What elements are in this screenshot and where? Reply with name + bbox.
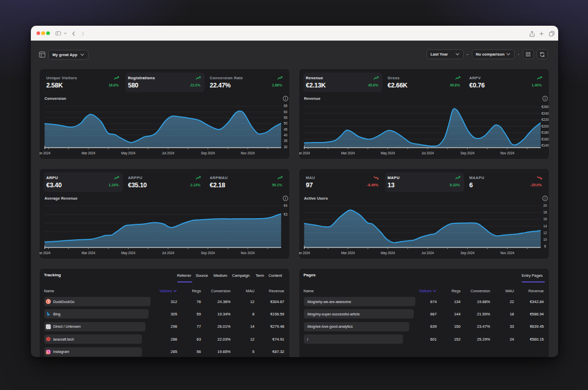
svg-text:€200: €200	[541, 125, 549, 128]
svg-text:Sep 2024: Sep 2024	[461, 251, 474, 255]
svg-text:Sep 2024: Sep 2024	[461, 151, 474, 155]
svg-text:€240: €240	[541, 112, 549, 115]
svg-text:€3: €3	[284, 212, 288, 216]
svg-text:Nov 2024: Nov 2024	[241, 251, 255, 255]
svg-text:Jul 2024: Jul 2024	[162, 151, 174, 155]
svg-text:Nov 2024: Nov 2024	[241, 151, 255, 155]
svg-text:€140: €140	[541, 144, 549, 147]
svg-text:Jan 2024: Jan 2024	[40, 151, 50, 155]
svg-text:18: 18	[543, 210, 547, 214]
svg-text:45: 45	[284, 128, 288, 131]
svg-text:Jan 2024: Jan 2024	[299, 151, 310, 155]
svg-text:30: 30	[284, 145, 288, 149]
svg-text:€160: €160	[541, 137, 549, 141]
svg-text:12: 12	[543, 231, 547, 235]
svg-text:Nov 2024: Nov 2024	[501, 251, 514, 255]
svg-text:16: 16	[543, 217, 547, 221]
svg-text:10: 10	[543, 238, 547, 241]
svg-text:May 2024: May 2024	[121, 151, 136, 155]
svg-text:Sep 2024: Sep 2024	[201, 151, 215, 155]
svg-text:40: 40	[284, 133, 288, 137]
svg-text:Sep 2024: Sep 2024	[201, 251, 215, 255]
svg-text:Jan 2024: Jan 2024	[40, 251, 50, 255]
svg-text:Mar 2024: Mar 2024	[341, 251, 355, 255]
svg-text:€260: €260	[541, 105, 549, 109]
svg-text:Mar 2024: Mar 2024	[82, 251, 96, 255]
svg-text:May 2024: May 2024	[381, 151, 395, 155]
svg-text:Jan 2024: Jan 2024	[299, 251, 310, 255]
svg-text:Jul 2024: Jul 2024	[421, 151, 434, 155]
svg-text:€4: €4	[284, 204, 288, 207]
svg-text:Mar 2024: Mar 2024	[341, 151, 355, 155]
svg-text:60: 60	[284, 110, 288, 114]
svg-text:14: 14	[543, 224, 547, 228]
svg-text:€220: €220	[541, 118, 549, 121]
svg-text:55: 55	[284, 116, 288, 119]
svg-text:35: 35	[284, 139, 288, 143]
svg-text:May 2024: May 2024	[381, 251, 395, 255]
svg-text:Jul 2024: Jul 2024	[421, 251, 434, 255]
svg-text:Jul 2024: Jul 2024	[162, 251, 174, 255]
svg-text:20: 20	[543, 204, 547, 207]
svg-text:Nov 2024: Nov 2024	[501, 151, 514, 155]
svg-text:65: 65	[284, 104, 288, 108]
svg-text:50: 50	[284, 121, 288, 125]
svg-text:May 2024: May 2024	[121, 251, 136, 255]
svg-text:€180: €180	[541, 131, 549, 134]
svg-text:Mar 2024: Mar 2024	[82, 151, 96, 155]
svg-text:8: 8	[544, 244, 546, 248]
